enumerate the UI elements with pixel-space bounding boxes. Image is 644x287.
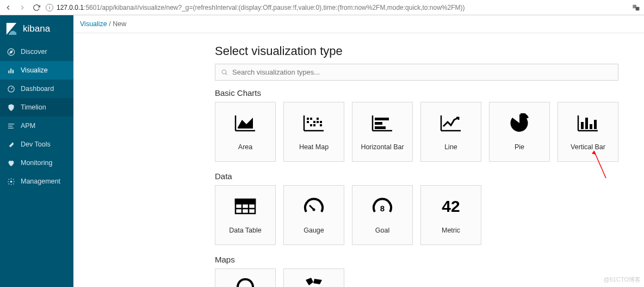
reload-button[interactable] xyxy=(32,3,41,13)
breadcrumb-root[interactable]: Visualize xyxy=(80,20,107,28)
card-label: Heat Map xyxy=(299,143,329,151)
sidebar-item-devtools[interactable]: Dev Tools xyxy=(0,135,73,154)
metric-value: 42 xyxy=(442,197,460,216)
sidebar-item-label: Dashboard xyxy=(21,85,54,93)
content-area: Select visualization type Basic Charts A… xyxy=(73,33,644,287)
svg-rect-37 xyxy=(581,122,584,129)
sidebar-item-label: Dev Tools xyxy=(21,141,51,148)
card-label: Goal xyxy=(375,227,389,234)
sidebar-item-label: Timelion xyxy=(21,103,46,111)
brand[interactable]: kibana xyxy=(0,15,73,42)
kibana-logo-icon xyxy=(5,22,17,36)
pie-chart-icon xyxy=(510,113,529,133)
address-bar[interactable]: i 127.0.0.1:5601/app/kibana#/visualize/n… xyxy=(46,4,628,11)
search-box[interactable] xyxy=(215,64,618,81)
svg-marker-3 xyxy=(10,51,13,53)
card-pie[interactable]: Pie xyxy=(489,102,550,162)
svg-line-13 xyxy=(226,74,227,75)
basic-charts-row: Area Heat Map Horizontal Bar Line Pie xyxy=(215,102,644,162)
card-label: Horizontal Bar xyxy=(361,143,404,151)
area-chart-icon xyxy=(234,113,256,133)
gauge-icon xyxy=(7,84,15,93)
svg-rect-19 xyxy=(310,118,312,120)
svg-rect-6 xyxy=(13,70,14,73)
sidebar-item-apm[interactable]: APM xyxy=(0,117,73,135)
card-area[interactable]: Area xyxy=(215,102,276,162)
svg-rect-20 xyxy=(317,118,319,120)
back-button[interactable] xyxy=(3,3,13,13)
section-title-maps: Maps xyxy=(215,255,644,264)
card-label: Area xyxy=(238,143,252,151)
breadcrumb-sep: / xyxy=(107,20,113,28)
gauge-chart-icon xyxy=(303,196,325,217)
svg-rect-27 xyxy=(320,124,322,126)
wrench-icon xyxy=(7,140,15,149)
gear-icon xyxy=(7,177,15,186)
card-label: Data Table xyxy=(229,227,262,234)
card-line[interactable]: Line xyxy=(420,102,481,162)
card-label: Gauge xyxy=(304,227,324,234)
svg-rect-23 xyxy=(317,121,319,123)
translate-icon[interactable] xyxy=(632,3,641,12)
svg-point-12 xyxy=(222,70,226,74)
card-label: Vertical Bar xyxy=(571,143,605,151)
sidebar-item-label: APM xyxy=(21,122,35,130)
bar-chart-icon xyxy=(7,66,15,75)
page-title: Select visualization type xyxy=(215,44,644,58)
card-metric[interactable]: 42 Metric xyxy=(420,185,481,245)
svg-point-11 xyxy=(10,180,12,182)
compass-icon xyxy=(7,47,15,56)
card-map-partial[interactable] xyxy=(215,268,276,287)
search-icon xyxy=(221,69,228,76)
svg-rect-24 xyxy=(320,121,322,123)
card-horizontal-bar[interactable]: Horizontal Bar xyxy=(352,102,413,162)
svg-rect-31 xyxy=(375,122,382,125)
shield-icon xyxy=(7,103,15,112)
url-host: 127.0.0.1 xyxy=(57,4,84,11)
region-map-icon xyxy=(305,277,323,287)
main-content: Visualize / New Select visualization typ… xyxy=(73,15,644,287)
sidebar-item-discover[interactable]: Discover xyxy=(0,42,73,61)
line-chart-icon xyxy=(440,113,462,133)
card-label: Pie xyxy=(515,143,524,151)
card-goal[interactable]: 8 Goal xyxy=(352,185,413,245)
card-gauge[interactable]: Gauge xyxy=(283,185,344,245)
search-input[interactable] xyxy=(232,68,612,76)
svg-rect-1 xyxy=(636,7,640,10)
section-title-data: Data xyxy=(215,172,644,181)
sidebar-item-monitoring[interactable]: Monitoring xyxy=(0,154,73,172)
forward-button[interactable] xyxy=(17,3,27,13)
watermark: @51CTO博客 xyxy=(604,276,641,284)
svg-rect-25 xyxy=(310,124,312,126)
sidebar: kibana Discover Visualize Dashboard Time… xyxy=(0,15,73,287)
sidebar-item-timelion[interactable]: Timelion xyxy=(0,98,73,117)
svg-rect-5 xyxy=(10,68,11,73)
brand-text: kibana xyxy=(23,23,50,34)
heatmap-icon xyxy=(303,113,325,133)
breadcrumb: Visualize / New xyxy=(73,15,644,33)
section-title-basic: Basic Charts xyxy=(215,88,644,97)
card-label: Metric xyxy=(442,227,460,234)
svg-rect-30 xyxy=(375,118,389,120)
svg-rect-32 xyxy=(375,126,386,129)
metric-icon: 42 xyxy=(442,196,460,217)
list-icon xyxy=(7,121,15,130)
card-data-table[interactable]: Data Table xyxy=(215,185,276,245)
heart-icon xyxy=(7,158,15,167)
card-label: Line xyxy=(444,143,457,151)
browser-toolbar: i 127.0.0.1:5601/app/kibana#/visualize/n… xyxy=(0,0,644,15)
data-row: Data Table Gauge 8 Goal 42 Metric xyxy=(215,185,644,245)
horizontal-bar-icon xyxy=(371,113,393,133)
app-root: kibana Discover Visualize Dashboard Time… xyxy=(0,15,644,287)
sidebar-item-dashboard[interactable]: Dashboard xyxy=(0,80,73,98)
sidebar-item-management[interactable]: Management xyxy=(0,172,73,191)
sidebar-item-label: Discover xyxy=(21,48,47,56)
card-vertical-bar[interactable]: Vertical Bar xyxy=(558,102,618,162)
vertical-bar-icon xyxy=(577,113,599,133)
svg-rect-40 xyxy=(594,120,597,129)
card-map-partial-2[interactable] xyxy=(283,268,344,287)
svg-marker-51 xyxy=(313,279,322,284)
sidebar-item-visualize[interactable]: Visualize xyxy=(0,61,73,80)
sidebar-item-label: Monitoring xyxy=(21,159,52,167)
card-heatmap[interactable]: Heat Map xyxy=(283,102,344,162)
